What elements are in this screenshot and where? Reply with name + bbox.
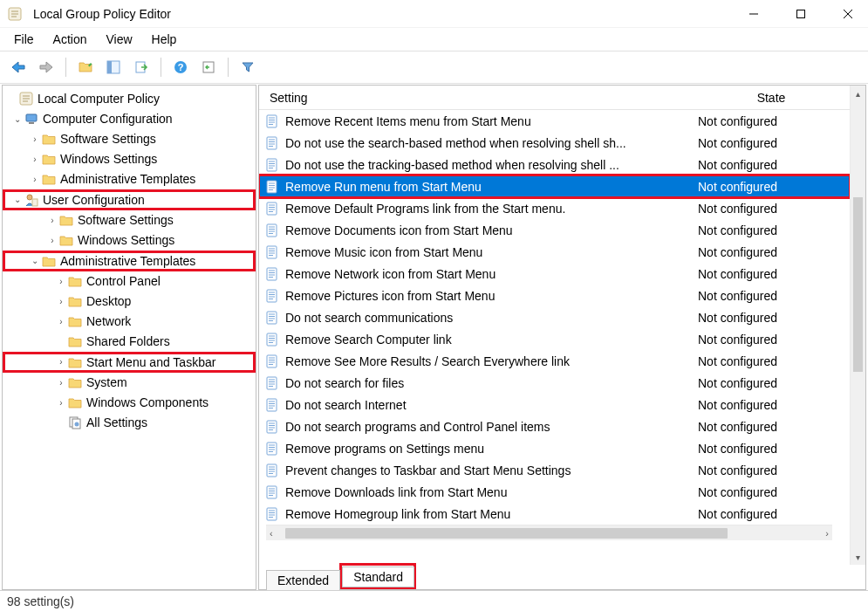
list-row[interactable]: Remove Search Computer linkNot configure… [259,328,850,350]
setting-name: Remove Downloads link from Start Menu [285,485,693,499]
up-button[interactable] [74,56,97,79]
expanded-icon[interactable]: ⌄ [11,195,24,204]
show-hide-tree-button[interactable] [102,56,125,79]
list-header[interactable]: Setting State [259,86,850,110]
collapsed-icon[interactable]: › [55,317,67,326]
list-row[interactable]: Do not use the search-based method when … [259,132,850,154]
expanded-icon[interactable]: ⌄ [11,114,24,124]
tabs: Extended Standard [259,565,865,589]
column-state[interactable]: State [693,91,850,105]
export-list-button[interactable] [130,56,153,79]
folder-icon [58,232,74,248]
collapsed-icon[interactable]: › [46,216,58,225]
list-row[interactable]: Remove See More Results / Search Everywh… [259,350,850,372]
forward-button[interactable] [35,56,58,79]
title-bar: Local Group Policy Editor [0,0,868,28]
tree-system[interactable]: ›System [3,373,256,393]
menu-bar: File Action View Help [0,28,868,51]
settings-list[interactable]: Setting State Remove Recent Items menu f… [259,86,850,565]
list-row[interactable]: Remove Downloads link from Start MenuNot… [259,481,850,503]
tree-root[interactable]: Local Computer Policy [3,89,256,109]
setting-state: Not configured [693,311,850,325]
scrollbar-thumb[interactable] [853,197,863,372]
tree-cc-admin-templates[interactable]: ›Administrative Templates [3,169,256,189]
tree-label: Network [86,314,131,328]
tab-extended[interactable]: Extended [266,570,340,590]
tree-computer-configuration[interactable]: ⌄ Computer Configuration [3,109,256,129]
collapsed-icon[interactable]: › [55,378,67,388]
collapsed-icon[interactable]: › [55,277,67,286]
list-row[interactable]: Remove programs on Settings menuNot conf… [259,437,850,459]
tree-windows-components[interactable]: ›Windows Components [3,393,256,413]
expanded-icon[interactable]: ⌄ [29,256,41,265]
list-row[interactable]: Do not search communicationsNot configur… [259,306,850,328]
collapsed-icon[interactable]: › [46,236,58,245]
collapsed-icon[interactable]: › [29,134,41,144]
tree-network[interactable]: ›Network [3,312,256,332]
folder-icon [67,293,83,309]
collapsed-icon[interactable]: › [29,154,41,164]
list-row[interactable]: Remove Documents icon from Start MenuNot… [259,219,850,241]
list-row[interactable]: Prevent changes to Taskbar and Start Men… [259,459,850,481]
tree-uc-windows-settings[interactable]: ›Windows Settings [3,230,256,251]
tree-all-settings[interactable]: All Settings [3,413,256,433]
tree-start-menu-taskbar[interactable]: ›Start Menu and Taskbar [3,352,256,373]
tree-pane[interactable]: Local Computer Policy ⌄ Computer Configu… [2,85,256,590]
policy-icon [264,463,280,478]
list-row[interactable]: Do not search InternetNot configured [259,394,850,415]
tree-uc-software-settings[interactable]: ›Software Settings [3,210,256,230]
tree-user-configuration[interactable]: ⌄ User Configuration [3,189,256,210]
menu-view[interactable]: View [97,29,140,50]
scrollbar-thumb[interactable] [285,528,728,539]
list-row[interactable]: Do not search for filesNot configured [259,372,850,394]
list-row[interactable]: Remove Pictures icon from Start MenuNot … [259,285,850,306]
list-row[interactable]: Remove Recent Items menu from Start Menu… [259,110,850,132]
menu-file[interactable]: File [5,29,43,50]
help-button[interactable]: ? [169,56,192,79]
maximize-button[interactable] [781,0,821,28]
scroll-down-icon[interactable]: ▾ [851,549,865,565]
setting-state: Not configured [693,463,850,477]
horizontal-scrollbar[interactable] [266,525,832,540]
tab-standard[interactable]: Standard [342,566,414,587]
tree-control-panel[interactable]: ›Control Panel [3,271,256,292]
svg-rect-21 [107,61,112,73]
tree-cc-windows-settings[interactable]: ›Windows Settings [3,149,256,169]
vertical-scrollbar[interactable]: ▴ ▾ [850,86,865,565]
minimize-button[interactable] [734,0,774,28]
list-row[interactable]: Remove Music icon from Start MenuNot con… [259,241,850,263]
collapsed-icon[interactable]: › [29,175,41,184]
menu-action[interactable]: Action [44,29,96,50]
collapsed-icon[interactable]: › [55,297,67,306]
tree-label: Local Computer Policy [38,92,160,106]
column-setting[interactable]: Setting [259,91,693,105]
collapsed-icon[interactable]: › [55,357,67,367]
tree-label: User Configuration [43,193,145,207]
tree-cc-software-settings[interactable]: ›Software Settings [3,129,256,149]
filter-button[interactable] [236,56,259,79]
setting-name: Remove Search Computer link [285,333,693,347]
list-row[interactable]: Do not search programs and Control Panel… [259,415,850,437]
folder-icon [41,131,57,147]
back-button[interactable] [7,56,30,79]
folder-icon [67,374,83,390]
properties-button[interactable] [197,56,220,79]
collapsed-icon[interactable]: › [55,398,67,408]
policy-icon [264,484,280,500]
setting-name: Remove Network icon from Start Menu [285,267,693,281]
list-row[interactable]: Do not use the tracking-based method whe… [259,154,850,175]
list-row[interactable]: Remove Network icon from Start MenuNot c… [259,263,850,285]
list-row[interactable]: Remove Run menu from Start MenuNot confi… [259,175,850,197]
close-button[interactable] [828,0,868,28]
list-row[interactable]: Remove Default Programs link from the St… [259,197,850,219]
setting-name: Do not use the tracking-based method whe… [285,158,693,172]
tree-shared-folders[interactable]: Shared Folders [3,332,256,352]
setting-state: Not configured [693,267,850,281]
list-row[interactable]: Remove Homegroup link from Start MenuNot… [259,503,850,525]
tree-uc-admin-templates[interactable]: ⌄ Administrative Templates [3,251,256,271]
scroll-up-icon[interactable]: ▴ [851,86,865,101]
tree-desktop[interactable]: ›Desktop [3,292,256,312]
setting-name: Remove Documents icon from Start Menu [285,223,693,237]
menu-help[interactable]: Help [143,29,186,50]
folder-icon [41,171,57,187]
